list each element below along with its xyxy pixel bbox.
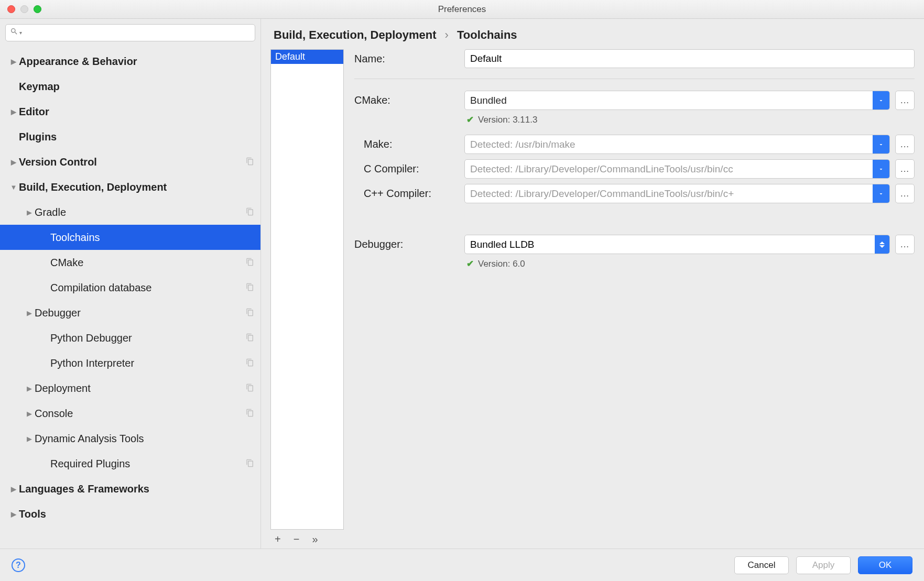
project-scope-icon bbox=[246, 282, 254, 294]
chevron-down-icon[interactable] bbox=[873, 160, 889, 178]
disclosure-arrow-icon[interactable]: ▶ bbox=[8, 510, 19, 518]
search-dropdown-icon[interactable]: ▾ bbox=[19, 30, 22, 36]
toolchain-list[interactable]: Default bbox=[270, 49, 344, 530]
make-browse-button[interactable]: ... bbox=[895, 135, 915, 154]
project-scope-icon bbox=[246, 156, 254, 168]
tree-item-label: Build, Execution, Deployment bbox=[19, 181, 167, 193]
breadcrumb-root[interactable]: Build, Execution, Deployment bbox=[274, 28, 436, 41]
tree-item[interactable]: ▶Editor bbox=[0, 99, 260, 124]
tree-item[interactable]: Compilation database bbox=[0, 275, 260, 300]
debugger-version-label: Version: 6.0 bbox=[478, 259, 525, 269]
debugger-label: Debugger: bbox=[354, 238, 464, 250]
tree-item-label: Deployment bbox=[35, 382, 91, 394]
tree-item-label: Python Interpreter bbox=[50, 357, 134, 369]
make-combo[interactable]: Detected: /usr/bin/make bbox=[464, 135, 890, 154]
project-scope-icon bbox=[246, 332, 254, 344]
debugger-select[interactable]: Bundled LLDB bbox=[464, 235, 890, 254]
preferences-tree: ▶Appearance & BehaviorKeymap▶EditorPlugi… bbox=[0, 46, 260, 549]
tree-item[interactable]: ▶Dynamic Analysis Tools bbox=[0, 426, 260, 451]
name-input[interactable] bbox=[464, 49, 915, 68]
cmake-status: ✔ Version: 3.11.3 bbox=[354, 114, 915, 125]
cmake-browse-button[interactable]: ... bbox=[895, 91, 915, 110]
help-button[interactable]: ? bbox=[12, 558, 25, 572]
tree-item-label: Dynamic Analysis Tools bbox=[35, 433, 144, 445]
tree-item[interactable]: Python Debugger bbox=[0, 325, 260, 350]
tree-item-label: Appearance & Behavior bbox=[19, 56, 137, 68]
tree-item[interactable]: ▶Languages & Frameworks bbox=[0, 476, 260, 501]
apply-button[interactable]: Apply bbox=[796, 556, 851, 574]
tree-item-label: Editor bbox=[19, 106, 49, 118]
c-compiler-combo[interactable]: Detected: /Library/Developer/CommandLine… bbox=[464, 159, 890, 179]
tree-item[interactable]: Toolchains bbox=[0, 225, 260, 250]
ok-button[interactable]: OK bbox=[858, 556, 912, 574]
c-compiler-value: Detected: /Library/Developer/CommandLine… bbox=[465, 160, 873, 178]
c-compiler-browse-button[interactable]: ... bbox=[895, 159, 915, 179]
disclosure-arrow-icon[interactable]: ▶ bbox=[24, 309, 35, 317]
titlebar: Preferences bbox=[0, 0, 924, 19]
cpp-compiler-value: Detected: /Library/Developer/CommandLine… bbox=[465, 184, 873, 203]
tree-item-label: Keymap bbox=[19, 81, 60, 93]
tree-item-label: Console bbox=[35, 408, 73, 420]
project-scope-icon bbox=[246, 307, 254, 319]
search-icon bbox=[10, 27, 18, 38]
debugger-status: ✔ Version: 6.0 bbox=[354, 258, 915, 269]
cancel-button[interactable]: Cancel bbox=[734, 556, 789, 574]
disclosure-arrow-icon[interactable]: ▶ bbox=[8, 485, 19, 493]
tree-item[interactable]: Required Plugins bbox=[0, 451, 260, 476]
cmake-version-label: Version: 3.11.3 bbox=[478, 115, 537, 125]
toolchain-list-item[interactable]: Default bbox=[271, 50, 343, 64]
minimize-window-button bbox=[20, 5, 28, 13]
search-box[interactable]: ▾ bbox=[5, 24, 255, 41]
project-scope-icon bbox=[246, 408, 254, 420]
search-input[interactable] bbox=[25, 28, 251, 38]
tree-item[interactable]: ▶Version Control bbox=[0, 149, 260, 174]
c-compiler-label: C Compiler: bbox=[354, 163, 464, 175]
add-toolchain-button[interactable]: + bbox=[275, 533, 281, 545]
toolchain-list-toolbar: + − » bbox=[270, 530, 344, 549]
disclosure-arrow-icon[interactable]: ▶ bbox=[24, 209, 35, 216]
window-title: Preferences bbox=[0, 4, 924, 15]
disclosure-arrow-icon[interactable]: ▶ bbox=[8, 108, 19, 116]
chevron-down-icon[interactable] bbox=[873, 91, 889, 109]
tree-item[interactable]: ▶Appearance & Behavior bbox=[0, 49, 260, 74]
disclosure-arrow-icon[interactable]: ▶ bbox=[8, 58, 19, 65]
tree-item[interactable]: ▼Build, Execution, Deployment bbox=[0, 174, 260, 200]
remove-toolchain-button[interactable]: − bbox=[293, 533, 300, 545]
debugger-browse-button[interactable]: ... bbox=[895, 235, 915, 254]
tree-item-label: CMake bbox=[50, 257, 83, 269]
tree-item[interactable]: Python Interpreter bbox=[0, 350, 260, 376]
tree-item[interactable]: Plugins bbox=[0, 124, 260, 149]
tree-item[interactable]: ▶Console bbox=[0, 401, 260, 426]
tree-item[interactable]: ▶Tools bbox=[0, 501, 260, 527]
tree-item-label: Gradle bbox=[35, 206, 66, 218]
window-controls bbox=[0, 5, 41, 13]
tree-item[interactable]: ▶Deployment bbox=[0, 376, 260, 401]
breadcrumb-leaf: Toolchains bbox=[457, 28, 517, 41]
disclosure-arrow-icon[interactable]: ▶ bbox=[24, 410, 35, 418]
cpp-compiler-browse-button[interactable]: ... bbox=[895, 184, 915, 203]
disclosure-arrow-icon[interactable]: ▶ bbox=[24, 435, 35, 443]
toolchain-form: Name: CMake: Bundled bbox=[344, 49, 915, 549]
check-icon: ✔ bbox=[466, 258, 474, 269]
tree-item[interactable]: ▶Gradle bbox=[0, 200, 260, 225]
close-window-button[interactable] bbox=[7, 5, 15, 13]
more-actions-button[interactable]: » bbox=[312, 533, 318, 545]
disclosure-arrow-icon[interactable]: ▼ bbox=[8, 183, 19, 191]
zoom-window-button[interactable] bbox=[34, 5, 41, 13]
project-scope-icon bbox=[246, 357, 254, 369]
cmake-label: CMake: bbox=[354, 94, 464, 106]
check-icon: ✔ bbox=[466, 114, 474, 125]
tree-item[interactable]: ▶Debugger bbox=[0, 300, 260, 325]
project-scope-icon bbox=[246, 458, 254, 470]
tree-item[interactable]: CMake bbox=[0, 250, 260, 275]
cmake-combo[interactable]: Bundled bbox=[464, 91, 890, 110]
chevron-down-icon[interactable] bbox=[873, 184, 889, 203]
tree-item-label: Toolchains bbox=[50, 232, 100, 244]
tree-item-label: Version Control bbox=[19, 156, 97, 168]
select-arrows-icon[interactable] bbox=[875, 235, 889, 254]
cpp-compiler-combo[interactable]: Detected: /Library/Developer/CommandLine… bbox=[464, 184, 890, 203]
disclosure-arrow-icon[interactable]: ▶ bbox=[8, 158, 19, 166]
disclosure-arrow-icon[interactable]: ▶ bbox=[24, 385, 35, 392]
tree-item[interactable]: Keymap bbox=[0, 74, 260, 99]
chevron-down-icon[interactable] bbox=[873, 135, 889, 154]
